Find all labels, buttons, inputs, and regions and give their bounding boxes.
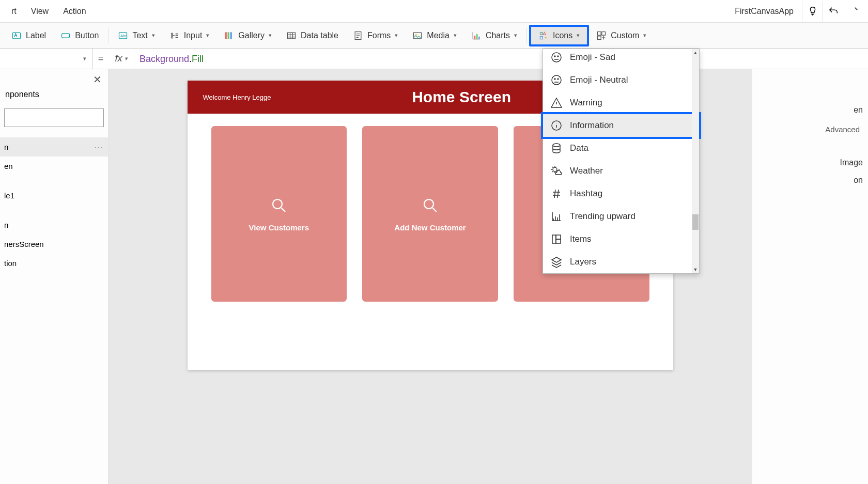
- ribbon-icons[interactable]: + Icons▾: [529, 25, 589, 46]
- svg-rect-14: [476, 34, 478, 39]
- svg-point-4: [171, 33, 173, 35]
- svg-point-30: [557, 79, 559, 80]
- dropdown-item-warning[interactable]: Warning: [543, 91, 699, 114]
- undo-icon[interactable]: [823, 1, 843, 22]
- advanced-tab[interactable]: Advanced: [825, 125, 860, 134]
- equals-sign: =: [93, 53, 109, 64]
- tree-node[interactable]: n: [0, 215, 108, 235]
- chevron-down-icon: ▾: [454, 32, 457, 39]
- svg-text:+: +: [545, 35, 547, 40]
- insert-ribbon: Label Button Abc Text▾ Input▾ Gallery▾ D…: [0, 23, 868, 49]
- emoji-icon: [550, 51, 563, 64]
- components-tab[interactable]: nponents: [0, 69, 108, 104]
- svg-rect-15: [478, 36, 480, 39]
- svg-rect-36: [556, 239, 561, 243]
- svg-rect-6: [225, 32, 227, 39]
- app-checker-icon[interactable]: [802, 1, 823, 22]
- search-icon: [270, 196, 288, 217]
- properties-panel: en Advanced Image on: [752, 69, 868, 484]
- ribbon-input[interactable]: Input▾: [162, 23, 217, 48]
- layers-icon: [550, 256, 563, 268]
- close-icon[interactable]: ✕: [93, 73, 102, 86]
- tree-node[interactable]: le1: [0, 186, 108, 205]
- chevron-down-icon: ▾: [395, 32, 398, 39]
- svg-rect-9: [288, 33, 296, 39]
- search-icon: [421, 196, 440, 217]
- card-label: Add New Customer: [394, 223, 466, 232]
- formula-input[interactable]: Background.Fill: [134, 53, 868, 65]
- dropdown-item-layers[interactable]: Layers: [543, 251, 699, 273]
- svg-text:Abc: Abc: [120, 34, 127, 38]
- dropdown-item-emoji[interactable]: Emoji - Sad: [543, 49, 699, 69]
- chevron-down-icon: ▾: [269, 32, 272, 39]
- search-input[interactable]: [4, 108, 104, 127]
- dropdown-item-info[interactable]: Information: [543, 114, 699, 137]
- dropdown-item-trend[interactable]: Trending upward: [543, 205, 699, 228]
- chevron-down-icon: ▾: [514, 32, 517, 39]
- svg-rect-21: [598, 36, 601, 39]
- chevron-down-icon: ▾: [152, 32, 155, 39]
- welcome-label: Welcome Henry Legge: [203, 93, 271, 101]
- menu-action[interactable]: Action: [56, 7, 93, 16]
- scroll-down-icon[interactable]: ▼: [692, 266, 699, 273]
- data-icon: [550, 142, 563, 154]
- dropdown-item-emoji[interactable]: Emoji - Neutral: [543, 69, 699, 91]
- dropdown-item-weather[interactable]: Weather: [543, 160, 699, 182]
- hash-icon: [550, 188, 563, 200]
- ribbon-forms[interactable]: Forms▾: [346, 23, 405, 48]
- svg-point-32: [553, 144, 560, 147]
- screen-title: Home Screen: [412, 88, 511, 106]
- svg-rect-35: [556, 235, 561, 239]
- ribbon-charts[interactable]: Charts▾: [464, 23, 524, 48]
- svg-point-23: [424, 199, 433, 209]
- svg-point-33: [553, 167, 557, 171]
- redo-icon[interactable]: [843, 1, 864, 22]
- dropdown-item-hash[interactable]: Hashtag: [543, 182, 699, 205]
- fx-button[interactable]: fx▾: [109, 49, 134, 69]
- svg-rect-19: [598, 32, 601, 35]
- menu-insert[interactable]: rt: [4, 7, 24, 16]
- svg-point-27: [557, 56, 559, 57]
- canvas-card[interactable]: Add New Customer: [362, 126, 498, 302]
- dropdown-item-label: Emoji - Neutral: [570, 75, 628, 85]
- icons-dropdown: Emoji - SadEmoji - NeutralWarningInforma…: [542, 49, 700, 274]
- dropdown-item-label: Warning: [570, 98, 602, 108]
- ribbon-button[interactable]: Button: [53, 23, 106, 48]
- chevron-down-icon: ▾: [206, 32, 209, 39]
- kebab-icon[interactable]: ···: [94, 143, 104, 151]
- info-icon: [550, 119, 563, 132]
- tree-node[interactable]: [0, 176, 108, 186]
- svg-point-26: [554, 56, 555, 57]
- tree-node[interactable]: n···: [0, 137, 108, 157]
- dropdown-item-items[interactable]: Items: [543, 228, 699, 251]
- dropdown-item-label: Layers: [570, 257, 596, 267]
- tree-node[interactable]: [0, 205, 108, 215]
- svg-point-25: [552, 53, 561, 62]
- svg-rect-13: [474, 36, 476, 39]
- canvas-card[interactable]: View Customers: [211, 126, 347, 302]
- tree-node[interactable]: nersScreen: [0, 235, 108, 254]
- svg-point-5: [171, 36, 173, 38]
- svg-rect-1: [62, 33, 70, 37]
- svg-point-29: [554, 79, 555, 80]
- app-name: FirstCanvasApp: [726, 7, 802, 16]
- ribbon-media[interactable]: Media▾: [405, 23, 464, 48]
- scroll-thumb[interactable]: [692, 214, 699, 230]
- svg-rect-7: [228, 32, 229, 39]
- ribbon-custom[interactable]: Custom▾: [589, 23, 654, 48]
- ribbon-label[interactable]: Label: [4, 23, 53, 48]
- svg-rect-8: [230, 32, 232, 39]
- trend-icon: [550, 210, 563, 223]
- property-selector[interactable]: ▾: [0, 49, 93, 69]
- dropdown-item-data[interactable]: Data: [543, 137, 699, 160]
- ribbon-datatable[interactable]: Data table: [279, 23, 346, 48]
- tree-node[interactable]: en: [0, 157, 108, 176]
- svg-rect-20: [602, 32, 606, 35]
- scroll-up-icon[interactable]: ▲: [692, 49, 699, 56]
- ribbon-gallery[interactable]: Gallery▾: [216, 23, 279, 48]
- dropdown-scrollbar[interactable]: ▲ ▼: [692, 49, 699, 273]
- dropdown-item-label: Hashtag: [570, 189, 602, 199]
- tree-node[interactable]: tion: [0, 254, 108, 273]
- ribbon-text[interactable]: Abc Text▾: [111, 23, 162, 48]
- menu-view[interactable]: View: [24, 7, 56, 16]
